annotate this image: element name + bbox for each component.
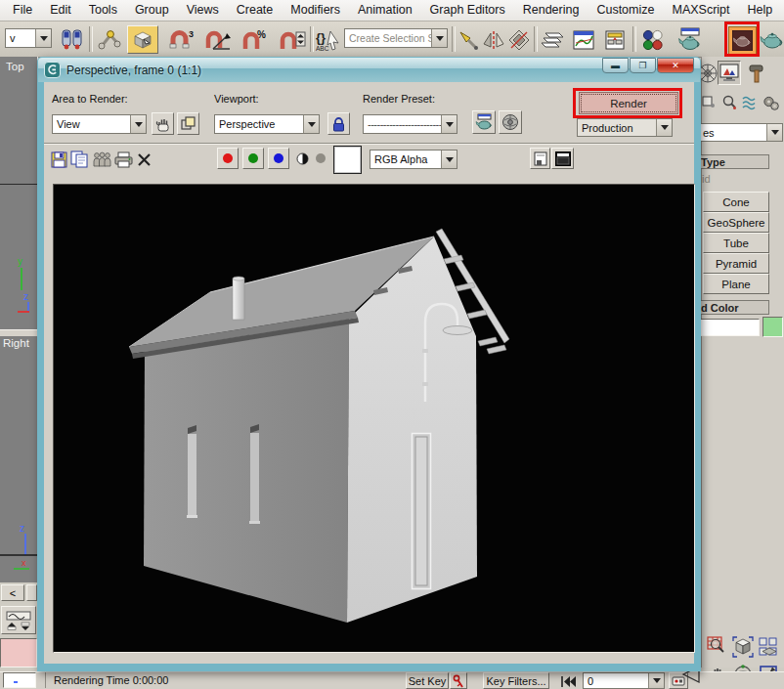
viewport-left-upper[interactable]: y z [0, 185, 38, 329]
chevron-down-icon[interactable] [303, 115, 319, 133]
copy-image-icon[interactable] [68, 150, 90, 169]
chevron-down-icon[interactable] [441, 115, 457, 133]
channel-display-combo[interactable]: RGB Alpha [370, 150, 457, 169]
menu-animation[interactable]: Animation [349, 0, 421, 21]
material-editor-icon[interactable] [638, 26, 666, 54]
menu-rendering[interactable]: Rendering [514, 0, 588, 21]
menu-maxscript[interactable]: MAXScript [663, 0, 738, 21]
chevron-down-icon[interactable] [35, 29, 51, 47]
trackbar-scroll-left-button[interactable]: < [1, 584, 24, 601]
key-filters-button[interactable]: Key Filters... [483, 672, 549, 689]
clear-image-icon[interactable] [134, 150, 153, 169]
named-selection-sets-icon[interactable]: {}ABC [314, 26, 343, 54]
region-zoom-icon[interactable] [706, 635, 729, 659]
angle-snap-icon[interactable] [201, 26, 235, 54]
object-type-rollout-header[interactable]: Type [697, 154, 769, 169]
object-name-field[interactable] [697, 319, 760, 336]
chevron-down-icon[interactable] [656, 119, 672, 136]
save-image-icon[interactable] [49, 150, 68, 169]
chevron-down-icon[interactable] [130, 115, 146, 133]
red-channel-button[interactable] [217, 148, 239, 169]
layer-manager-icon[interactable] [539, 26, 566, 54]
menu-group[interactable]: Group [126, 0, 178, 21]
area-to-render-combo[interactable]: View [52, 114, 147, 134]
go-to-start-icon[interactable] [559, 674, 577, 689]
menu-edit[interactable]: Edit [41, 0, 80, 21]
alpha-channel-icon[interactable] [314, 152, 327, 164]
helpers-icon[interactable] [702, 95, 716, 108]
chevron-down-icon[interactable] [766, 124, 782, 141]
geosphere-button[interactable]: GeoSphere [703, 212, 769, 233]
chevron-down-icon[interactable] [441, 151, 457, 168]
rendered-frame-window-button[interactable] [728, 26, 757, 55]
menu-views[interactable]: Views [178, 0, 228, 21]
monochrome-channel-icon[interactable] [293, 151, 311, 166]
print-image-icon[interactable] [112, 150, 134, 169]
maximize-button[interactable]: ❐ [630, 58, 656, 73]
menu-file[interactable]: File [4, 0, 41, 21]
rfw-title-bar[interactable]: Perspective, frame 0 (1:1) ▬ ❐ ✕ [38, 58, 700, 82]
plane-button[interactable]: Plane [703, 274, 769, 294]
align-icon[interactable] [505, 26, 533, 54]
lock-viewport-button[interactable] [327, 112, 350, 135]
mini-curve-editor-button[interactable] [1, 606, 36, 634]
auto-region-button[interactable] [177, 112, 199, 135]
viewport-combo[interactable]: Perspective [214, 114, 320, 134]
tube-button[interactable]: Tube [703, 233, 769, 253]
current-frame-field[interactable]: 0 [583, 672, 665, 689]
menu-modifiers[interactable]: Modifiers [282, 0, 349, 21]
curve-editor-icon[interactable] [570, 26, 597, 54]
schematic-view-icon[interactable] [601, 26, 629, 54]
name-color-rollout-header[interactable]: d Color [697, 300, 769, 315]
named-selection-set-combo[interactable]: Create Selection Set [344, 28, 448, 48]
green-channel-button[interactable] [242, 148, 264, 169]
select-and-manipulate-icon[interactable] [59, 26, 86, 54]
trackbar-scroll-piece[interactable] [26, 584, 37, 601]
production-mode-combo[interactable]: Production [577, 118, 673, 137]
mirror-icon[interactable] [480, 26, 507, 54]
render-setup-icon[interactable] [676, 26, 704, 54]
viewport-top[interactable]: Top [0, 57, 38, 184]
space-warps-icon[interactable] [741, 95, 759, 110]
menu-graph-editors[interactable]: Graph Editors [421, 0, 514, 21]
menu-help[interactable]: Help [739, 0, 782, 21]
cone-button[interactable]: Cone [703, 192, 769, 212]
environment-effects-button[interactable] [499, 110, 522, 134]
snap-toggle-3d-icon[interactable]: 3 [164, 26, 197, 54]
menu-create[interactable]: Create [228, 0, 283, 21]
systems-icon[interactable] [762, 95, 780, 111]
spinner-snap-icon[interactable] [276, 26, 309, 54]
zoom-extents-icon[interactable] [731, 635, 755, 659]
mini-listener-macro-line[interactable] [0, 638, 37, 667]
undo-view-combo[interactable]: v [5, 28, 52, 48]
maxscript-mini-listener[interactable] [3, 672, 36, 688]
minimize-button[interactable]: ▬ [602, 58, 629, 73]
snaps-toggle-button[interactable] [127, 25, 158, 54]
zoom-extents-all-icon[interactable] [757, 635, 780, 659]
utilities-tab[interactable] [746, 61, 769, 85]
set-key-button[interactable]: Set Key [406, 672, 449, 689]
isolate-selection-icon[interactable] [455, 26, 482, 54]
menu-customize[interactable]: Customize [588, 0, 663, 21]
chevron-down-icon[interactable] [431, 29, 447, 47]
pyramid-button[interactable]: Pyramid [703, 253, 769, 274]
render-setup-dialog-button[interactable] [472, 110, 496, 134]
chevron-down-icon[interactable] [648, 673, 664, 688]
primitive-category-combo[interactable]: es [698, 123, 783, 142]
select-and-link-icon[interactable] [96, 26, 123, 54]
edit-region-hand-button[interactable] [152, 112, 174, 135]
color-swatch-mode-button[interactable] [551, 148, 574, 169]
blue-channel-button[interactable] [268, 148, 289, 169]
object-color-swatch[interactable] [762, 317, 783, 337]
display-tab[interactable] [718, 61, 741, 85]
render-preset-combo[interactable]: ------------------------ [363, 114, 457, 134]
percent-snap-icon[interactable]: % [239, 26, 272, 54]
clone-rendered-frame-icon[interactable] [91, 150, 112, 169]
render-button[interactable]: Render [579, 92, 678, 114]
close-button[interactable]: ✕ [657, 58, 694, 73]
set-keys-key-icon[interactable] [450, 672, 467, 689]
menu-tools[interactable]: Tools [80, 0, 126, 21]
background-color-swatch[interactable] [333, 146, 362, 174]
layer-channel-button[interactable] [530, 148, 550, 169]
magnifier-icon[interactable] [721, 95, 737, 110]
